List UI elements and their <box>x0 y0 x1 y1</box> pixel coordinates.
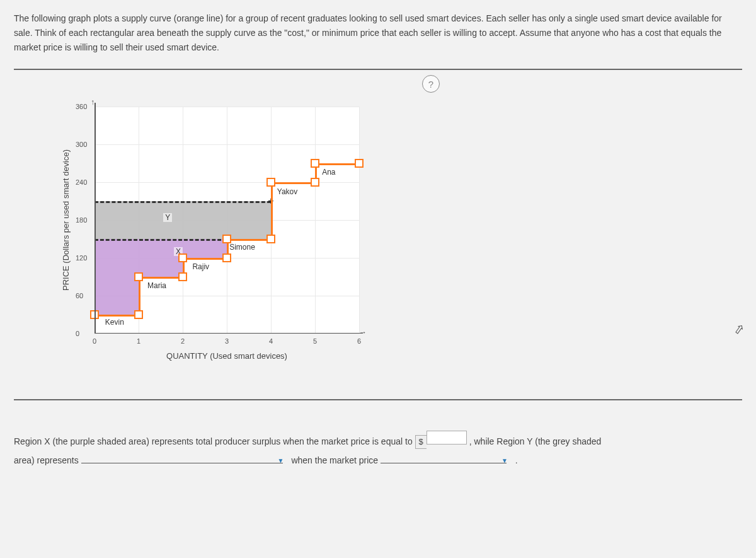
node-simone-start[interactable] <box>222 235 231 243</box>
node-maria-start[interactable] <box>134 272 143 281</box>
node-yakov-end[interactable] <box>311 178 319 187</box>
label-rajiv: Rajiv <box>192 262 209 271</box>
answer-paragraph: Region X (the purple shaded area) repres… <box>14 431 742 470</box>
dropdown-blank-1[interactable] <box>81 454 283 463</box>
y-axis-label: PRICE (Dollars per used smart device) <box>61 149 71 291</box>
xtick: 5 <box>313 337 317 345</box>
divider-bottom <box>14 399 742 400</box>
dash-210 <box>94 201 271 203</box>
xtick: 2 <box>181 337 185 345</box>
region-x-col1 <box>139 239 183 277</box>
label-maria: Maria <box>147 281 166 290</box>
price-input[interactable] <box>427 431 467 445</box>
node-ana-end[interactable] <box>355 159 364 168</box>
node-simone-end[interactable] <box>266 235 275 243</box>
label-simone: Simone <box>229 243 255 252</box>
ytick: 240 <box>76 178 87 186</box>
xtick: 1 <box>137 337 140 345</box>
dropdown-blank-2[interactable] <box>381 454 507 463</box>
region-x-col2 <box>183 239 227 258</box>
xtick: 4 <box>269 337 273 345</box>
region-y <box>94 201 271 239</box>
node-ana-start[interactable] <box>311 159 319 168</box>
ytick: 0 <box>76 330 79 337</box>
cursor-icon: ⬀ <box>733 321 746 338</box>
ytick: 60 <box>76 292 83 299</box>
label-kevin: Kevin <box>105 318 124 327</box>
currency-prefix: $ <box>415 435 427 449</box>
node-kevin-end[interactable] <box>134 310 143 319</box>
label-yakov: Yakov <box>277 187 297 196</box>
q-text-2a: area) represents <box>14 455 79 465</box>
plot-area[interactable]: X Y ✢ + Kevin Maria Rajiv Simone Yakov A <box>94 107 359 334</box>
ytick: 180 <box>76 216 87 224</box>
ytick: 300 <box>76 141 87 148</box>
q-text-2b: when the market price <box>291 455 378 465</box>
label-ana: Ana <box>322 168 335 177</box>
xtick: 3 <box>225 337 229 345</box>
ytick: 360 <box>76 103 87 110</box>
q-text-1: Region X (the purple shaded area) repres… <box>14 436 413 446</box>
xtick: 6 <box>357 337 361 345</box>
dash-150 <box>94 239 227 241</box>
x-axis-label: QUANTITY (Used smart devices) <box>94 351 359 361</box>
node-maria-end[interactable] <box>178 272 187 281</box>
xtick: 0 <box>93 337 96 345</box>
chevron-down-icon[interactable]: ▼ <box>501 457 508 464</box>
region-y-label: Y <box>163 213 172 222</box>
help-button[interactable]: ? <box>422 75 440 93</box>
chart-container: ? PRICE (Dollars per used smart device) … <box>37 75 440 390</box>
intro-text: The following graph plots a supply curve… <box>14 11 742 55</box>
chevron-down-icon[interactable]: ▼ <box>278 457 284 464</box>
divider-top <box>14 69 742 70</box>
node-rajiv-end[interactable] <box>222 253 231 262</box>
q-text-1b: , while Region Y (the grey shaded <box>469 436 602 446</box>
region-x-col0 <box>94 239 139 315</box>
q-text-2c: . <box>515 455 518 465</box>
node-rajiv-start[interactable] <box>178 253 187 262</box>
ytick: 120 <box>76 254 87 262</box>
node-yakov-start[interactable] <box>266 178 275 187</box>
